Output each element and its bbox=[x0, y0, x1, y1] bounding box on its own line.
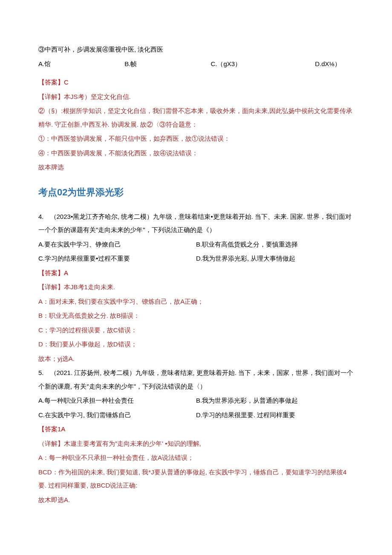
q3-option-b: B.帧 bbox=[124, 57, 137, 71]
q4-detail-5: 故本；yj选A. bbox=[38, 352, 354, 366]
q4-answer: 【答案】A bbox=[38, 266, 354, 280]
q3-answer: 【答案】C bbox=[38, 76, 354, 89]
q4-stem: 4. （2023•黑龙江齐齐哈尔, 统考二模）九年级，意味着结束•更意味着开始.… bbox=[38, 210, 354, 237]
q4-detail-1: A：面对未来, 我们要在实践中学习、镣炼自己，故A正确； bbox=[38, 295, 354, 308]
q4-option-b: B.职业有高低货贱之分，要慎重选择 bbox=[196, 238, 354, 251]
q4-option-c: C.学习的结果很重要•过程不重要 bbox=[38, 252, 196, 265]
q3-detail-head: 【详解】本JS考）坚定文化自信. bbox=[38, 90, 354, 104]
q4-option-a: A.要在实践中学习、铮燎自己 bbox=[38, 238, 196, 251]
q4-detail-4: D：我们要从小事做起，放D错误； bbox=[38, 337, 354, 351]
q5-answer: 【答案1A bbox=[38, 422, 354, 436]
q3-option-c: C.（gX3） bbox=[210, 57, 241, 71]
q4-option-d: D.我为世界添光彩, 从理大事情做起 bbox=[196, 252, 354, 265]
q3-option-a: A.馆 bbox=[38, 57, 51, 71]
q4-options-row2: C.学习的结果很重要•过程不重要 D.我为世界添光彩, 从理大事情做起 bbox=[38, 252, 354, 265]
q3-statement-3: ③中西可补，步调发展④重视中医, 淡化西医 bbox=[38, 43, 354, 56]
q3-options-row: A.馆 B.帧 C.（gX3） D.dX⅛） bbox=[38, 57, 354, 71]
q5-option-c: C.在实践中学习, 我们需锤炼自己 bbox=[38, 408, 196, 422]
q5-options-row2: C.在实践中学习, 我们需锤炼自己 D.学习的结果很里要. 过程同样重要 bbox=[38, 408, 354, 422]
q5-options-row1: A.每一种职业只承担一种社会责任 B.我为世界添光彩，从普通的事做起 bbox=[38, 394, 354, 407]
q4-detail-2: B：职业无高低贵姣之分. 故B描误： bbox=[38, 309, 354, 323]
section-heading: 考点02为世界添光彩 bbox=[38, 183, 354, 202]
q5-detail-3: 故木即选A. bbox=[38, 493, 354, 507]
q5-detail-2: BCD：作为祖国的未来, 我们要知道, 我*J要从普通的事做起, 在实践中学习，… bbox=[38, 465, 354, 492]
q3-detail-1: ②（§）:根据所学知识，坚定文化自信，我们需督不忘本来，吸收外来，面向未来,因此… bbox=[38, 104, 354, 131]
q3-detail-3: ④：中西医要协调发展，不能淡化西医，故④说法错误： bbox=[38, 146, 354, 160]
q5-option-d: D.学习的结果很里要. 过程同样重要 bbox=[196, 408, 354, 422]
q5-option-a: A.每一种职业只承担一种社会责任 bbox=[38, 394, 196, 407]
q3-detail-4: 故本牌选 bbox=[38, 160, 354, 174]
q4-detail-3: C；学习的过程很误要，故C错误： bbox=[38, 323, 354, 337]
q3-option-d: D.dX⅛） bbox=[315, 57, 341, 71]
q3-detail-2: ①：中西医签协调发展，不能只信中医，如弃西医，故①说法错误： bbox=[38, 132, 354, 145]
q4-options-row1: A.要在实践中学习、铮燎自己 B.职业有高低货贱之分，要慎重选择 bbox=[38, 238, 354, 251]
q5-detail-1: A：每一种职业不只承担一种社会责任，故A说法错误； bbox=[38, 451, 354, 465]
q5-stem: 5. （2021. 江苏扬州, 校考二模）九年级，意味者结束, 更意味着开始. … bbox=[38, 366, 354, 393]
q5-detail-head: （详解】木遨主要考置有为″走向未来的少年' •知识的理解, bbox=[38, 437, 354, 450]
q4-detail-head: 【详解】本JB考1走向未来. bbox=[38, 280, 354, 294]
q5-option-b: B.我为世界添光彩，从普通的事做起 bbox=[196, 394, 354, 407]
